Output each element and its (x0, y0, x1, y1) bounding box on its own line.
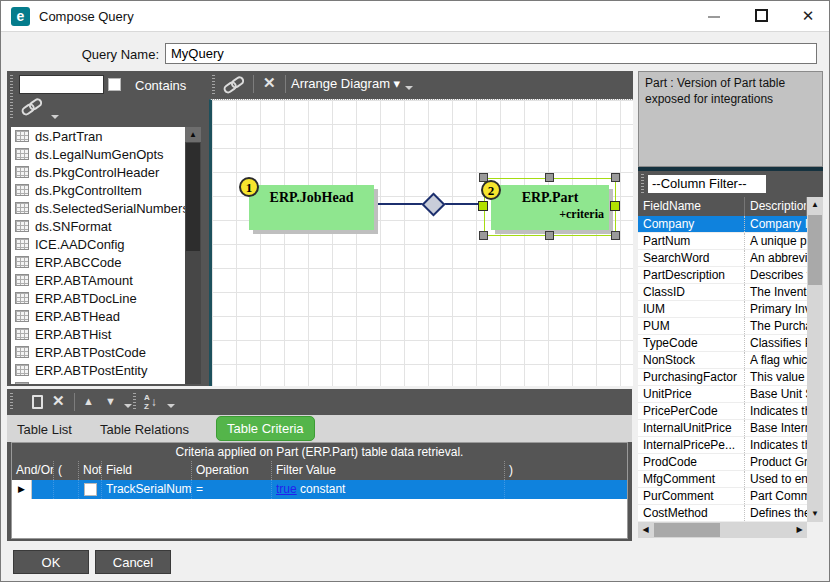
field-cell[interactable]: TrackSerialNum (102, 480, 192, 499)
contains-checkbox[interactable] (108, 78, 121, 91)
delete-icon[interactable]: ✕ (52, 392, 65, 410)
field-row[interactable]: InternalPricePe... Indicates th (638, 437, 807, 454)
field-row[interactable]: PurComment Part Comme (638, 488, 807, 505)
query-name-input[interactable] (165, 43, 817, 64)
filter-value-link[interactable]: true (276, 482, 297, 496)
table-list-item[interactable]: ERP.ABTPostCode (11, 343, 185, 361)
table-list-item[interactable]: ds.LegalNumGenOpts (11, 145, 185, 163)
field-row[interactable]: PUM The Purcha (638, 318, 807, 335)
table-list-item[interactable]: ERP.ABTAmount (11, 271, 185, 289)
resize-handle[interactable] (611, 231, 620, 240)
resize-handle[interactable] (479, 231, 488, 240)
scroll-up-icon[interactable]: ▲ (185, 127, 201, 142)
node-erp-part[interactable]: ERP.Part +criteria (491, 185, 609, 230)
field-row[interactable]: ProdCode Product Gro (638, 454, 807, 471)
scrollbar-thumb[interactable] (186, 143, 200, 251)
field-row[interactable]: PartDescription Describes th (638, 267, 807, 284)
resize-handle[interactable] (545, 231, 554, 240)
ok-button[interactable]: OK (13, 550, 89, 574)
field-row[interactable]: PurchasingFactor This value i (638, 369, 807, 386)
field-row[interactable]: ClassID The Invento (638, 284, 807, 301)
close-paren-cell[interactable] (505, 480, 627, 499)
tab-table-criteria[interactable]: Table Criteria (216, 416, 315, 441)
table-list-item[interactable]: ERP.ABCCode (11, 253, 185, 271)
table-list-item[interactable]: ICE.AADConfig (11, 235, 185, 253)
field-grid-vscrollbar[interactable]: ▲ ▼ (807, 197, 823, 522)
table-list-item[interactable]: ERP.ABTDocLine (11, 289, 185, 307)
table-list-scrollbar[interactable]: ▲ (185, 127, 201, 384)
arrange-diagram-button[interactable]: Arrange Diagram ▾ (291, 76, 400, 91)
column-header-filter-value[interactable]: Filter Value (272, 461, 505, 480)
toolbar-grip[interactable] (10, 75, 13, 119)
table-search-input[interactable] (19, 75, 104, 94)
field-row[interactable]: MfgComment Used to ent (638, 471, 807, 488)
move-up-icon[interactable]: ▲ (83, 395, 94, 407)
scroll-down-icon[interactable]: ▼ (807, 506, 823, 522)
delete-icon[interactable]: ✕ (263, 74, 276, 92)
column-header-description[interactable]: Description (745, 197, 807, 216)
field-row[interactable]: InternalUnitPrice Base Intern (638, 420, 807, 437)
sort-icon[interactable]: AZ ↓ (144, 393, 157, 411)
field-row[interactable]: NonStock A flag which (638, 352, 807, 369)
scroll-up-icon[interactable]: ▲ (807, 197, 823, 213)
field-row[interactable]: PartNum A unique pa (638, 233, 807, 250)
field-grid-hscrollbar[interactable]: ◀ ▶ (638, 522, 807, 538)
column-header-operation[interactable]: Operation (192, 461, 272, 480)
table-list-item[interactable]: ERP.ABTHead (11, 307, 185, 325)
criteria-row[interactable]: ▶ TrackSerialNum = true constant (12, 480, 627, 499)
move-down-icon[interactable]: ▼ (105, 395, 116, 407)
field-row[interactable]: Company Company Ide (638, 216, 807, 233)
chevron-down-icon[interactable] (51, 115, 59, 119)
column-filter-select[interactable]: --Column Filter-- (648, 175, 766, 193)
table-list-item[interactable]: ds.PartTran (11, 127, 185, 145)
node-erp-jobhead[interactable]: ERP.JobHead (249, 185, 374, 230)
relation-diamond[interactable] (421, 192, 445, 216)
tab-table-list[interactable]: Table List (17, 422, 72, 437)
add-relation-button[interactable] (21, 99, 55, 121)
table-list-item[interactable]: ds.SelectedSerialNumbers (11, 199, 185, 217)
field-row[interactable]: PricePerCode Indicates th (638, 403, 807, 420)
scrollbar-thumb[interactable] (654, 523, 720, 537)
chevron-down-icon[interactable] (405, 86, 413, 90)
row-selector-icon[interactable]: ▶ (12, 480, 32, 499)
link-icon[interactable] (220, 72, 251, 101)
close-button[interactable]: ✕ (793, 1, 823, 31)
tab-table-relations[interactable]: Table Relations (100, 422, 189, 437)
chevron-down-icon[interactable] (167, 404, 175, 408)
resize-handle[interactable] (545, 173, 554, 182)
open-paren-cell[interactable] (54, 480, 79, 499)
column-header-fieldname[interactable]: FieldName (638, 197, 745, 216)
andor-cell[interactable] (32, 480, 54, 499)
field-row[interactable]: CostMethod Defines the (638, 505, 807, 522)
table-list-item[interactable]: ERP.ABTPostEntity (11, 361, 185, 379)
new-row-icon[interactable] (32, 395, 43, 409)
connection-point[interactable] (478, 201, 488, 211)
not-checkbox[interactable] (84, 483, 97, 496)
toolbar-grip[interactable] (212, 75, 215, 95)
column-header-not[interactable]: Not (79, 461, 102, 480)
minimize-button[interactable] (699, 1, 729, 31)
field-row[interactable]: TypeCode Classifies P (638, 335, 807, 352)
cancel-button[interactable]: Cancel (95, 550, 171, 574)
toolbar-grip[interactable] (133, 393, 136, 411)
table-list-item[interactable]: ERP.ABTHist (11, 325, 185, 343)
toolbar-grip[interactable] (641, 174, 644, 194)
resize-handle[interactable] (611, 173, 620, 182)
scroll-right-icon[interactable]: ▶ (792, 522, 807, 538)
maximize-button[interactable] (747, 1, 777, 31)
table-list-item[interactable]: ds.SNFormat (11, 217, 185, 235)
table-list-item[interactable]: ds.PkgControlItem (11, 181, 185, 199)
field-row[interactable]: UnitPrice Base Unit S (638, 386, 807, 403)
chevron-down-icon[interactable] (124, 404, 132, 408)
field-row[interactable]: SearchWord An abbrevia (638, 250, 807, 267)
scroll-left-icon[interactable]: ◀ (638, 522, 653, 538)
operation-cell[interactable]: = (192, 480, 272, 499)
column-header-field[interactable]: Field (102, 461, 192, 480)
toolbar-grip[interactable] (10, 393, 13, 411)
table-list-item[interactable]: ds.PkgControlHeader (11, 163, 185, 181)
connection-point[interactable] (610, 201, 620, 211)
field-row[interactable]: IUM Primary Inve (638, 301, 807, 318)
diagram-canvas[interactable]: ERP.JobHead 1 ERP.Part +criteria 2 (209, 99, 633, 386)
column-header-close-paren[interactable]: ) (505, 461, 627, 480)
column-header-andor[interactable]: And/Or (12, 461, 54, 480)
